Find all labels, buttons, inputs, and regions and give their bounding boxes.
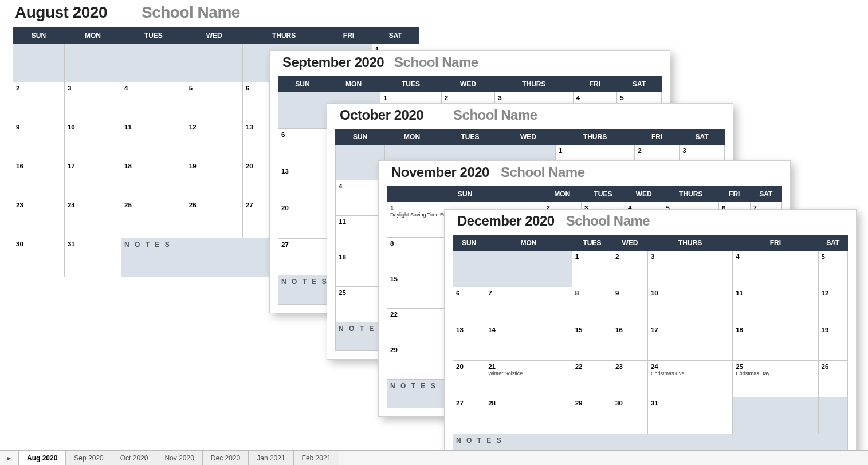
day-number: 17 <box>651 326 658 333</box>
day-cell[interactable]: 23 <box>13 199 65 238</box>
day-cell[interactable]: 8 <box>572 287 612 324</box>
day-cell[interactable]: 30 <box>13 238 65 277</box>
sheet-tab[interactable]: Sep 2020 <box>65 451 112 465</box>
day-cell[interactable]: 7 <box>485 287 572 324</box>
day-cell[interactable]: 18 <box>121 160 186 199</box>
day-cell[interactable]: 13 <box>278 165 327 202</box>
day-cell[interactable] <box>733 397 818 434</box>
day-cell[interactable]: 1 <box>572 251 612 287</box>
day-cell[interactable]: 25 <box>121 199 186 238</box>
tab-nav-prev[interactable]: ▸ <box>0 451 18 465</box>
day-cell[interactable] <box>485 251 572 287</box>
day-cell[interactable]: 13 <box>453 324 485 361</box>
day-header: WED <box>501 129 555 145</box>
day-cell[interactable]: 15 <box>572 324 612 361</box>
day-cell[interactable]: 19 <box>186 160 242 199</box>
day-cell[interactable]: 5 <box>186 82 242 121</box>
day-cell[interactable]: 25 <box>336 287 385 322</box>
day-cell[interactable] <box>336 145 385 180</box>
day-cell[interactable]: 4 <box>336 180 385 216</box>
day-cell[interactable]: 10 <box>64 121 121 160</box>
sheet-tab[interactable]: Oct 2020 <box>112 451 157 465</box>
notes-label: N O T E S <box>390 382 437 390</box>
day-cell[interactable]: 16 <box>13 160 65 199</box>
sheet-tab[interactable]: Aug 2020 <box>18 451 66 465</box>
day-cell[interactable] <box>121 44 186 82</box>
day-cell[interactable]: 11 <box>336 216 385 251</box>
day-cell[interactable]: 4 <box>121 82 186 121</box>
day-cell[interactable] <box>186 44 242 82</box>
day-cell[interactable]: 22 <box>572 361 612 397</box>
day-cell[interactable]: 20 <box>453 361 485 397</box>
day-cell[interactable]: 31 <box>647 397 732 434</box>
calendar-dec: December 2020School NameSUNMONTUESWEDTHU… <box>444 209 857 465</box>
day-cell[interactable] <box>64 44 121 82</box>
day-header: SAT <box>818 235 847 251</box>
day-cell[interactable]: 24 <box>64 199 121 238</box>
day-number: 10 <box>68 124 75 131</box>
day-cell[interactable]: 12 <box>186 121 242 160</box>
day-cell[interactable]: 31 <box>64 238 121 277</box>
day-cell[interactable]: 6 <box>278 129 327 165</box>
day-header: WED <box>625 187 663 202</box>
day-cell[interactable] <box>818 397 847 434</box>
day-cell[interactable]: 21Winter Solstice <box>485 361 572 397</box>
day-cell[interactable]: 29 <box>572 397 612 434</box>
sheet-tab[interactable]: Nov 2020 <box>156 451 202 465</box>
day-cell[interactable]: 28 <box>485 397 572 434</box>
day-number: 17 <box>68 163 75 170</box>
day-cell[interactable]: 26 <box>818 361 847 397</box>
day-cell[interactable]: 17 <box>647 324 732 361</box>
day-cell[interactable]: 4 <box>733 251 818 287</box>
day-header: WED <box>441 77 494 92</box>
day-number: 23 <box>16 202 23 208</box>
day-cell[interactable]: 12 <box>818 287 847 324</box>
day-cell[interactable]: 14 <box>485 324 572 361</box>
day-number: 9 <box>615 290 619 297</box>
day-cell[interactable]: 11 <box>121 121 186 160</box>
day-cell[interactable]: 27 <box>453 397 485 434</box>
day-number: 15 <box>575 326 583 333</box>
day-cell[interactable] <box>278 92 327 129</box>
day-cell[interactable]: 11 <box>733 287 818 324</box>
day-cell[interactable]: 10 <box>647 287 732 324</box>
day-cell[interactable]: 9 <box>13 121 65 160</box>
day-header: SUN <box>453 235 485 251</box>
day-number: 31 <box>651 400 658 407</box>
day-cell[interactable] <box>13 44 65 82</box>
sheet-tab[interactable]: Feb 2021 <box>293 451 340 465</box>
day-cell[interactable]: 2 <box>612 251 648 287</box>
day-cell[interactable]: 16 <box>612 324 648 361</box>
day-number: 22 <box>575 363 583 370</box>
day-cell[interactable]: 17 <box>64 160 121 199</box>
day-cell[interactable]: 9 <box>612 287 648 324</box>
day-cell[interactable]: 19 <box>818 324 847 361</box>
notes-label: N O T E S <box>124 241 171 249</box>
day-number: 18 <box>339 254 346 261</box>
sheet-tab[interactable]: Jan 2021 <box>248 451 293 465</box>
day-cell[interactable]: 24Christmas Eve <box>647 361 732 397</box>
day-cell[interactable]: 2 <box>13 82 65 121</box>
day-cell[interactable]: 25Christmas Day <box>733 361 818 397</box>
day-header: THURS <box>663 187 718 202</box>
day-cell[interactable]: 18 <box>733 324 818 361</box>
day-number: 1 <box>390 204 394 211</box>
sheet-tab[interactable]: Dec 2020 <box>202 451 249 465</box>
day-cell[interactable]: 5 <box>818 251 847 287</box>
notes-label: N O T E S <box>456 436 503 444</box>
day-cell[interactable]: 3 <box>64 82 121 121</box>
day-number: 16 <box>615 326 623 333</box>
day-cell[interactable]: 27 <box>278 239 327 275</box>
day-number: 16 <box>16 163 23 170</box>
day-cell[interactable]: 18 <box>336 251 385 287</box>
day-cell[interactable]: 23 <box>612 361 648 397</box>
day-cell[interactable]: 30 <box>612 397 648 434</box>
day-cell[interactable]: 26 <box>186 199 242 238</box>
day-cell[interactable] <box>453 251 485 287</box>
day-header: WED <box>186 28 242 44</box>
day-header: TUES <box>380 77 441 92</box>
day-number: 3 <box>68 85 71 92</box>
day-cell[interactable]: 20 <box>278 202 327 239</box>
day-cell[interactable]: 6 <box>453 287 485 324</box>
day-cell[interactable]: 3 <box>647 251 732 287</box>
